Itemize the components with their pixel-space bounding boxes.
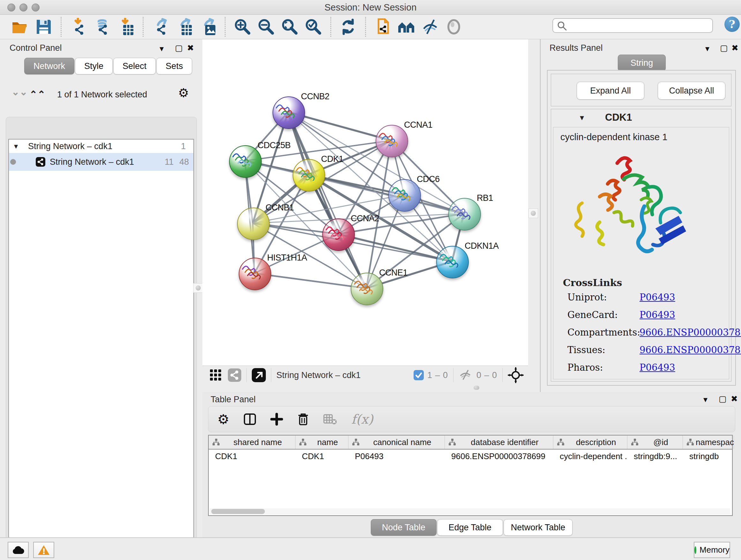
zoom-in-icon[interactable]	[233, 17, 252, 36]
search-input[interactable]	[552, 18, 713, 33]
network-node-CCNA2[interactable]	[322, 219, 355, 251]
birdseye-view-icon[interactable]	[397, 17, 416, 36]
network-node-CDC6[interactable]	[388, 179, 421, 212]
export-table-icon[interactable]	[175, 17, 193, 36]
table-cell[interactable]: cyclin-dependent ...	[553, 451, 627, 461]
results-panel-close-icon[interactable]: ✖	[731, 44, 738, 52]
column-header-database-identifier[interactable]: database identifier	[445, 435, 553, 449]
network-canvas[interactable]: CCNB2CCNA1CDC25BCDK1CDC6RB1CCNB1CCNA2CDK…	[202, 39, 528, 366]
fit-selected-crosshair-icon[interactable]	[508, 367, 524, 383]
export-network-icon[interactable]	[151, 17, 170, 36]
network-node-CCNE1[interactable]	[351, 273, 383, 305]
table-cell[interactable]: CDK1	[295, 451, 348, 461]
network-node-CDC25B[interactable]	[229, 145, 262, 178]
network-node-CCNA1[interactable]	[376, 125, 408, 158]
table-cell[interactable]: P06493	[348, 451, 445, 461]
tree-expand-icon[interactable]: ▾	[14, 142, 18, 151]
table-cell[interactable]: stringdb:9...	[627, 451, 683, 461]
tab-select[interactable]: Select	[113, 58, 156, 74]
control-panel-float-icon[interactable]: ▢	[175, 44, 183, 52]
control-panel-close-icon[interactable]: ✖	[187, 44, 194, 52]
right-splitter-handle[interactable]	[529, 208, 538, 218]
bottom-splitter-handle[interactable]	[472, 385, 481, 390]
open-session-icon[interactable]	[11, 17, 29, 36]
crosslink-link[interactable]: P06493	[639, 292, 675, 303]
network-options-gear-icon[interactable]: ⚙	[178, 86, 189, 100]
table-horizontal-scrollbar[interactable]	[209, 508, 730, 515]
table-row[interactable]: CDK1CDK1P064939606.ENSP00000378699cyclin…	[209, 449, 732, 463]
tab-node-table[interactable]: Node Table	[371, 519, 436, 536]
zoom-fit-content-icon[interactable]	[280, 17, 299, 36]
tab-sets[interactable]: Sets	[156, 58, 192, 74]
tab-edge-table[interactable]: Edge Table	[437, 519, 503, 536]
network-node-CCNB1[interactable]	[237, 207, 270, 240]
annotation-share-icon[interactable]	[374, 17, 392, 36]
delete-column-trash-icon[interactable]	[297, 413, 309, 426]
column-header--id[interactable]: @id	[627, 435, 683, 449]
hidden-eye-icon[interactable]	[459, 369, 473, 381]
crosslink-link[interactable]: P06493	[639, 309, 675, 320]
column-header-description[interactable]: description	[553, 435, 627, 449]
protein-thumbnail-icon	[449, 199, 473, 220]
column-header-namespace[interactable]: namespace	[683, 435, 734, 449]
crosslink-link[interactable]: P06493	[639, 362, 675, 373]
help-button[interactable]: ?	[724, 17, 740, 32]
tab-string[interactable]: String	[618, 55, 666, 71]
network-row-selected[interactable]: String Network – cdk1 11 48	[9, 153, 193, 171]
network-node-CDK1[interactable]	[293, 159, 325, 192]
crosslink-link[interactable]: 9606.ENSP00000378699	[639, 327, 741, 338]
collapse-all-chevrons-icon[interactable]: ⌄⌄	[11, 86, 27, 98]
table-panel-collapse-icon[interactable]: ▾	[703, 395, 708, 403]
save-session-icon[interactable]	[35, 17, 53, 36]
results-panel-collapse-icon[interactable]: ▾	[705, 44, 710, 53]
network-node-CCNB2[interactable]	[273, 97, 305, 129]
create-column-plus-icon[interactable]	[270, 413, 283, 426]
network-node-RB1[interactable]	[448, 198, 481, 231]
cloud-button[interactable]	[8, 542, 29, 558]
left-splitter-handle[interactable]	[193, 283, 203, 293]
table-cell[interactable]: 9606.ENSP00000378699	[445, 451, 553, 461]
function-builder-icon[interactable]: f(x)	[351, 412, 374, 427]
table-cell[interactable]: CDK1	[209, 451, 295, 461]
network-share-gray-icon[interactable]	[228, 368, 241, 382]
grid-view-icon[interactable]	[209, 369, 222, 381]
tab-style[interactable]: Style	[75, 58, 113, 74]
zoom-out-icon[interactable]	[257, 17, 275, 36]
open-in-window-icon[interactable]	[252, 368, 266, 382]
column-header-name[interactable]: name	[295, 435, 348, 449]
network-collection-row[interactable]: ▾ String Network – cdk1 1	[9, 139, 193, 153]
column-header-canonical-name[interactable]: canonical name	[348, 435, 445, 449]
export-image-icon[interactable]	[199, 17, 217, 36]
collapse-all-button[interactable]: Collapse All	[658, 82, 725, 100]
hide-unhide-icon[interactable]	[421, 17, 440, 36]
expand-all-button[interactable]: Expand All	[577, 82, 644, 100]
results-panel-float-icon[interactable]: ▢	[720, 44, 728, 52]
memory-button[interactable]: Memory	[694, 542, 730, 558]
warnings-button[interactable]	[33, 542, 54, 558]
table-panel-close-icon[interactable]: ✖	[731, 395, 738, 403]
scrollbar-thumb[interactable]	[211, 509, 265, 514]
delete-table-icon[interactable]	[323, 414, 337, 425]
show-columns-icon[interactable]	[244, 413, 256, 426]
table-cell[interactable]: stringdb	[683, 451, 734, 461]
refresh-view-icon[interactable]	[339, 17, 357, 36]
tab-network[interactable]: Network	[24, 58, 74, 74]
network-node-CDKN1A[interactable]	[436, 246, 469, 278]
toolbar-separator	[365, 17, 366, 37]
network-node-HIST1H1A[interactable]	[239, 258, 271, 290]
gene-section-header[interactable]: ▾ CDK1	[551, 109, 731, 126]
selected-checkbox-icon[interactable]	[413, 370, 424, 381]
section-collapse-caret-icon[interactable]: ▾	[580, 113, 584, 123]
crosslink-link[interactable]: 9606.ENSP00000378699	[639, 345, 741, 355]
show-hidden-icon[interactable]	[445, 17, 463, 36]
control-panel-collapse-icon[interactable]: ▾	[159, 44, 164, 53]
import-network-database-icon[interactable]	[93, 17, 111, 36]
tab-network-table[interactable]: Network Table	[503, 519, 573, 536]
table-panel-float-icon[interactable]: ▢	[719, 395, 727, 403]
toolbar-separator	[225, 17, 226, 37]
import-table-file-icon[interactable]	[117, 17, 135, 36]
zoom-selected-icon[interactable]	[304, 17, 323, 36]
table-settings-gear-icon[interactable]: ⚙	[217, 412, 229, 427]
import-network-file-icon[interactable]	[69, 17, 88, 36]
column-header-shared-name[interactable]: shared name	[209, 435, 295, 449]
